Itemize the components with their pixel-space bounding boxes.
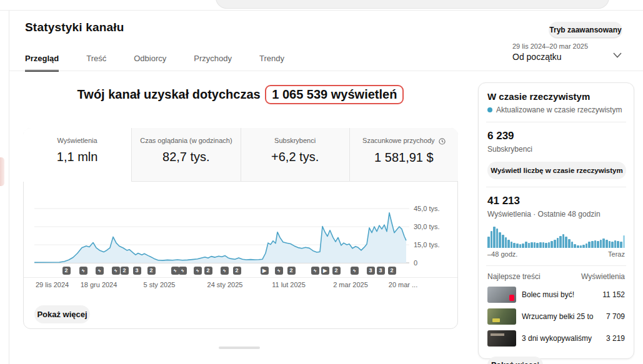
top-content-row[interactable]: Bolec musi być!11 152 (487, 287, 625, 303)
tab-przegl-d[interactable]: Przegląd (25, 54, 59, 72)
video-count-marker[interactable]: 2 (147, 267, 156, 275)
metric-card-szacunkowe-przychody[interactable]: Szacunkowe przychody 1 581,91 $ (349, 128, 458, 182)
divider (486, 122, 626, 122)
video-title: 3 dni wykopywaliśmy dź… (522, 334, 594, 343)
headline-highlight-annotation: 1 065 539 wyświetleń (265, 85, 404, 104)
realtime-bar (487, 237, 490, 248)
shorts-marker-icon[interactable]: ϟ (96, 267, 104, 275)
realtime-title: W czasie rzeczywistym (487, 91, 625, 102)
video-count-marker[interactable]: 2 (62, 267, 71, 275)
metric-tabs: Wyświetlenia1,1 mlnCzas oglądania (w god… (23, 128, 458, 182)
video-count-marker[interactable]: 3 (133, 267, 141, 275)
video-views: 11 152 (602, 290, 625, 299)
realtime-bar (602, 239, 605, 248)
realtime-bar (491, 231, 493, 248)
video-thumbnail (487, 330, 516, 347)
video-marker-icon[interactable]: ▶ (261, 267, 269, 275)
metric-card-wyświetlenia[interactable]: Wyświetlenia1,1 mln (23, 128, 131, 182)
panel-left-border (9, 11, 9, 364)
headline-prefix: Twój kanał uzyskał dotychczas (77, 87, 261, 101)
realtime-bar (597, 241, 599, 248)
tab-odbiorcy[interactable]: Odbiorcy (134, 54, 166, 72)
shorts-marker-icon[interactable]: ϟ (221, 267, 229, 275)
video-title: Wrzucamy belki 25 ton n… (522, 312, 594, 321)
realtime-bar (507, 240, 510, 248)
realtime-bar (511, 242, 513, 248)
date-range-picker[interactable]: 29 lis 2024–20 mar 2025 Od początku (512, 42, 622, 66)
realtime-bar (568, 239, 571, 248)
realtime-bar (548, 242, 551, 248)
tab-tre-[interactable]: Treść (86, 54, 106, 72)
tab-trendy[interactable]: Trendy (259, 54, 284, 72)
x-axis-tick-label: 5 sty 2025 (137, 281, 181, 288)
youtube-studio-analytics-screen: Statystyki kanału Tryb zaawansowany 29 l… (0, 0, 643, 364)
realtime-bar (588, 242, 591, 248)
shorts-marker-icon[interactable]: ϟ (194, 267, 202, 275)
realtime-48h-bar-chart (487, 225, 625, 248)
realtime-bar (565, 237, 567, 248)
search-bar[interactable] (216, 0, 609, 9)
chevron-down-icon (613, 52, 622, 58)
realtime-views-label: Wyświetlenia · Ostatnie 48 godzin (487, 210, 625, 219)
video-count-marker[interactable]: 2 (287, 267, 296, 275)
live-dot-icon (487, 107, 492, 112)
realtime-bar (513, 243, 516, 248)
live-count-button[interactable]: Wyświetl liczbę w czasie rzeczywistym (487, 162, 626, 179)
video-count-marker[interactable]: 2 (121, 267, 129, 275)
realtime-bar (525, 242, 527, 248)
show-more-button[interactable]: Pokaż więcej (34, 305, 90, 323)
realtime-bar (539, 242, 542, 248)
realtime-bar (582, 245, 585, 248)
realtime-bar (505, 237, 507, 248)
realtime-show-more-button[interactable]: Pokaż więcej (487, 357, 543, 364)
realtime-views-count: 41 213 (487, 195, 625, 207)
x-axis-tick-label: 20 mar ... (381, 281, 425, 288)
chart-axis-divider (24, 277, 457, 278)
video-count-marker[interactable]: 2 (388, 267, 396, 275)
realtime-bar (531, 242, 533, 248)
video-marker-icon[interactable]: ▶ (321, 267, 329, 275)
realtime-axis-left-label: –48 godz. (487, 250, 517, 258)
video-count-marker[interactable]: 2 (332, 267, 341, 275)
realtime-bar (577, 245, 579, 248)
advanced-mode-button[interactable]: Tryb zaawansowany (549, 22, 622, 37)
top-content-row[interactable]: Wrzucamy belki 25 ton n…7 709 (487, 308, 625, 325)
realtime-bar (502, 235, 504, 248)
realtime-bar (559, 236, 562, 248)
video-title: Bolec musi być! (522, 290, 574, 299)
page-title: Statystyki kanału (25, 21, 124, 34)
realtime-bar (499, 232, 501, 248)
shorts-marker-icon[interactable]: ϟ (112, 267, 120, 275)
realtime-bar (519, 244, 522, 248)
realtime-bar (614, 240, 617, 248)
x-axis-tick-label: 18 gru 2024 (77, 281, 121, 288)
y-axis-tick-label: 0 (414, 259, 448, 267)
realtime-bar (562, 234, 565, 248)
realtime-bar (557, 238, 559, 248)
video-count-marker[interactable]: 2 (233, 267, 241, 275)
realtime-bar (571, 242, 574, 248)
top-content-header: Najlepsze treści (487, 272, 541, 281)
shorts-marker-icon[interactable]: ϟ (351, 267, 359, 275)
realtime-bar (611, 242, 614, 248)
horizontal-scrollbar-thumb[interactable] (219, 347, 260, 349)
tabs-divider (9, 71, 643, 71)
shorts-marker-icon[interactable]: ϟ (179, 267, 187, 275)
top-header (0, 0, 643, 11)
video-count-marker[interactable]: 2 (204, 267, 212, 275)
realtime-subscribers-count: 6 239 (487, 130, 625, 142)
tab-przychody[interactable]: Przychody (194, 54, 232, 72)
video-count-marker[interactable]: 3 (367, 267, 375, 275)
shorts-marker-icon[interactable]: ϟ (171, 267, 179, 275)
top-content-row[interactable]: 3 dni wykopywaliśmy dź…3 219 (487, 330, 625, 347)
shorts-marker-icon[interactable]: ϟ (79, 267, 87, 275)
metric-card-czas-oglądania-w-godzinach-[interactable]: Czas oglądania (w godzinach)82,7 tys. (131, 128, 240, 182)
realtime-bar (534, 242, 536, 248)
shorts-marker-icon[interactable]: ϟ (275, 267, 283, 275)
metric-card-subskrybenci[interactable]: Subskrybenci+6,2 tys. (241, 128, 349, 182)
shorts-marker-icon[interactable]: ϟ (311, 267, 319, 275)
realtime-bar (574, 244, 576, 248)
video-count-marker[interactable]: 3 (377, 267, 385, 275)
clock-icon (439, 138, 446, 145)
realtime-bar (586, 243, 588, 248)
